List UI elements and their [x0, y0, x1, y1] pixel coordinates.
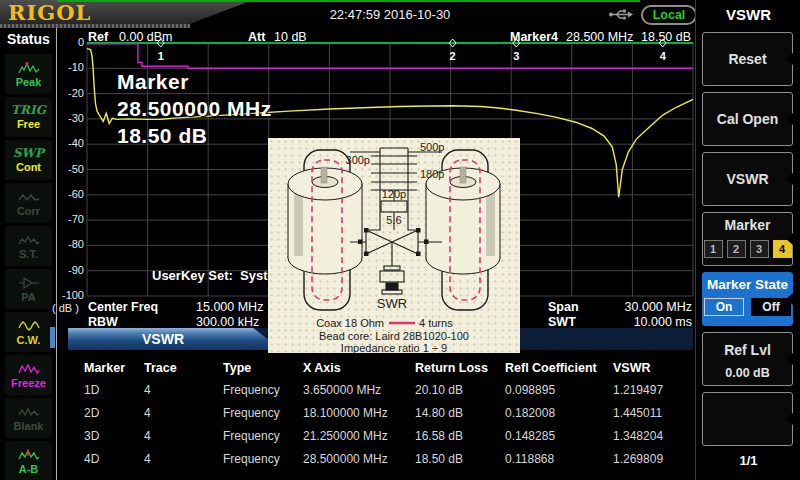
status-item-cw: C.W.	[5, 312, 52, 352]
marker-3-box[interactable]: 3	[750, 240, 769, 258]
empty-softkey[interactable]	[702, 392, 793, 446]
table-cell: Frequency	[223, 383, 280, 397]
center-freq-label: Center Freq	[88, 300, 158, 314]
table-cell: Frequency	[223, 429, 280, 443]
userkey-label: UserKey Set:	[152, 268, 233, 283]
wave-ab-icon	[17, 448, 41, 462]
swp-label: SWP	[13, 147, 44, 160]
table-cell: Frequency	[223, 406, 280, 420]
table-cell: 3D	[84, 429, 99, 443]
marker-number: 2	[450, 50, 456, 62]
swr-connector-icon	[380, 266, 404, 294]
reset-softkey[interactable]: Reset	[702, 32, 793, 86]
marker-2-box[interactable]: 2	[727, 240, 746, 258]
table-header: Type	[223, 361, 251, 375]
marker-4-box[interactable]: 4	[773, 240, 792, 258]
y-axis-label: -20	[52, 87, 84, 99]
marker-readout-title: Marker	[117, 70, 189, 94]
status-item-freeze: Freeze	[5, 355, 52, 395]
legend-coax: Coax 18 Ohm	[316, 317, 384, 329]
status-item-ab: A-B	[5, 441, 52, 480]
marker-state-off[interactable]: Off	[751, 298, 791, 316]
center-freq-value: 15.000 MHz	[196, 300, 263, 314]
marker4-level: 18.50 dB	[641, 30, 691, 44]
y-axis-label: -60	[52, 188, 84, 200]
status-item-label: PA	[21, 291, 35, 303]
y-axis-label: -80	[52, 238, 84, 250]
status-item-label: Free	[17, 118, 40, 130]
status-item-pa: PA	[5, 269, 52, 309]
wave-corr-icon	[17, 190, 41, 204]
softkey-panel-title: VSWR	[696, 6, 800, 23]
y-axis-label: -50	[52, 163, 84, 175]
y-axis-label: -90	[52, 264, 84, 276]
cal-open-softkey[interactable]: Cal Open	[702, 92, 793, 146]
table-cell: 14.80 dB	[415, 406, 463, 420]
table-cell: 0.118868	[505, 452, 554, 466]
table-cell: 4	[144, 383, 151, 397]
analyzer-screen: 1234 RIGOL 22:47:59 2016-10-30 Local Sta…	[0, 0, 800, 480]
status-item-free: TRIGFree	[5, 97, 52, 137]
rbw-label: RBW	[88, 315, 118, 329]
y-axis-label: -10	[52, 61, 84, 73]
span-value: 30.000 MHz	[592, 300, 692, 314]
marker-state-toggle: On Off	[704, 298, 791, 316]
status-item-label: Corr	[17, 205, 40, 217]
table-header: Return Loss	[415, 361, 488, 375]
page-indicator: 1/1	[696, 453, 800, 468]
marker-readout-freq: 28.500000 MHz	[117, 97, 272, 121]
ref-label: Ref	[88, 30, 108, 44]
swt-value: 10.000 ms	[592, 315, 692, 329]
table-header: Refl Coefficient	[505, 361, 597, 375]
wave-blank-icon	[17, 405, 41, 419]
swr-port-label: SWR	[377, 296, 407, 311]
table-cell: 3.650000 MHz	[303, 383, 381, 397]
status-item-label: A-B	[19, 463, 39, 475]
marker-readout-level: 18.50 dB	[117, 124, 207, 148]
status-item-label: Blank	[14, 420, 44, 432]
top-green-line	[57, 0, 640, 2]
table-cell: 4D	[84, 452, 99, 466]
table-cell: 1.445011	[613, 406, 662, 420]
marker-measure-table: MarkerTraceTypeX AxisReturn LossRefl Coe…	[60, 356, 695, 478]
resistor-label: 5.6	[386, 214, 401, 226]
left-toroid-icon	[288, 150, 362, 310]
marker-1-box[interactable]: 1	[704, 240, 723, 258]
trig-label: TRIG	[11, 104, 46, 117]
legend-ratio: Impedance ratio 1 ÷ 9	[341, 342, 447, 353]
span-label: Span	[548, 300, 579, 314]
status-item-corr: Corr	[5, 183, 52, 223]
top-bar: RIGOL 22:47:59 2016-10-30 Local	[0, 0, 695, 28]
status-item-blank: Blank	[5, 398, 52, 438]
att-value: 10 dB	[274, 30, 307, 44]
balun-schematic-overlay: 300p 500p 180p 120p 5.6 SWR Coax 18 Ohm …	[268, 138, 520, 353]
trace-cal-open-trace	[87, 44, 693, 69]
marker-diamond-icon	[449, 39, 456, 47]
ref-lvl-value: 0.00 dB	[725, 366, 769, 380]
ref-lvl-softkey[interactable]: Ref Lvl 0.00 dB	[702, 332, 793, 386]
att-label: Att	[248, 30, 265, 44]
y-axis-label: -40	[52, 137, 84, 149]
table-cell: 1.348204	[613, 429, 663, 443]
marker-state-on[interactable]: On	[704, 298, 744, 316]
status-item-label: Cont	[16, 161, 41, 173]
table-cell: 1.219497	[613, 383, 663, 397]
cap-500p-label: 500p	[420, 141, 444, 153]
table-cell: 21.250000 MHz	[303, 429, 388, 443]
marker-state-softkey[interactable]: Marker State On Off	[702, 272, 793, 326]
cap-120p-label: 120p	[382, 188, 406, 200]
table-cell: 18.100000 MHz	[303, 406, 388, 420]
marker-number-row: 1 2 3 4	[704, 240, 792, 258]
table-cell: 0.098895	[505, 383, 555, 397]
marker-softkey[interactable]: Marker 1 2 3 4	[702, 212, 793, 266]
table-header: X Axis	[303, 361, 341, 375]
table-cell: 4	[144, 452, 151, 466]
status-item-cont: SWPCont	[5, 140, 52, 180]
local-mode-badge: Local	[641, 5, 697, 25]
y-axis-label: -100	[52, 289, 84, 301]
sidebar-scroll-indicator[interactable]	[50, 327, 55, 348]
y-axis-label: -70	[52, 213, 84, 225]
vswr-softkey[interactable]: VSWR	[702, 152, 793, 206]
amp-icon	[17, 276, 41, 290]
wave-st-icon	[17, 233, 41, 247]
